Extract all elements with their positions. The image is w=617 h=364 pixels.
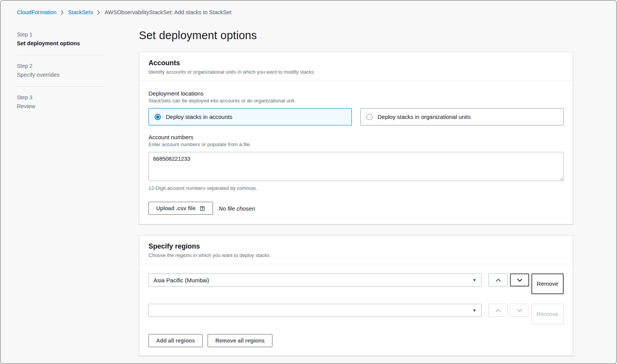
step-item-3[interactable]: Step 3 Review <box>17 86 104 118</box>
accounts-card-title: Accounts <box>148 59 564 67</box>
regions-card: Specify regions Choose the regions in wh… <box>139 235 573 356</box>
regions-card-title: Specify regions <box>148 242 564 250</box>
account-numbers-textarea[interactable]: 668508221233 <box>148 152 564 181</box>
region-1-move-down-button[interactable] <box>510 273 529 287</box>
chevron-right-icon <box>61 10 64 15</box>
breadcrumb: CloudFormation StackSets AWSObservabilit… <box>1 1 616 21</box>
deployment-locations-description: StackSets can be deployed into accounts … <box>148 98 564 104</box>
region-select-2[interactable]: ▼ <box>148 304 482 317</box>
breadcrumb-current-page: AWSObservabilityStackSet: Add stacks to … <box>104 9 231 15</box>
region-2-remove-button[interactable]: Remove <box>531 304 564 324</box>
region-row-2: ▼ Remove <box>148 304 564 324</box>
region-actions: Add all regions Remove all regions <box>148 334 564 347</box>
chevron-down-icon <box>516 307 523 314</box>
chevron-right-icon <box>97 10 100 15</box>
radio-unchecked-icon <box>366 114 373 120</box>
caret-down-icon: ▼ <box>472 308 477 313</box>
step-1-label: Set deployment options <box>17 40 104 46</box>
accounts-card-body: Deployment locations StackSets can be de… <box>139 81 573 224</box>
main-layout: Step 1 Set deployment options Step 2 Spe… <box>1 21 616 364</box>
step-2-number: Step 2 <box>17 63 104 69</box>
regions-card-header: Specify regions Choose the regions in wh… <box>139 236 573 264</box>
radio-tile-deploy-ou-label: Deploy stacks in organizational units <box>378 114 471 120</box>
deployment-locations-options: Deploy stacks in accounts Deploy stacks … <box>148 108 564 125</box>
accounts-card-description: Identify accounts or organizational unit… <box>148 69 564 75</box>
account-numbers-label: Account numbers <box>148 134 564 140</box>
page-frame: CloudFormation StackSets AWSObservabilit… <box>0 0 617 364</box>
radio-tile-deploy-organizational-units[interactable]: Deploy stacks in organizational units <box>360 108 564 125</box>
step-3-number: Step 3 <box>17 94 104 100</box>
region-1-remove-button[interactable]: Remove <box>531 273 564 294</box>
region-row-1: Asia Pacific (Mumbai) ▼ Remove <box>148 273 564 294</box>
radio-tile-deploy-accounts-label: Deploy stacks in accounts <box>166 114 232 120</box>
breadcrumb-stacksets[interactable]: StackSets <box>68 9 93 15</box>
regions-card-description: Choose the regions in which you want to … <box>148 252 564 258</box>
step-3-label: Review <box>17 103 104 109</box>
region-select-1-value: Asia Pacific (Mumbai) <box>153 277 209 283</box>
radio-checked-icon <box>155 114 161 120</box>
accounts-card: Accounts Identify accounts or organizati… <box>139 52 573 224</box>
region-2-move-up-button[interactable] <box>488 304 508 317</box>
deployment-locations-label: Deployment locations <box>148 90 564 97</box>
upload-icon <box>200 206 205 211</box>
region-select-1[interactable]: Asia Pacific (Mumbai) ▼ <box>148 273 482 287</box>
upload-csv-button[interactable]: Upload .csv file <box>148 202 213 215</box>
remove-all-regions-button[interactable]: Remove all regions <box>208 334 272 347</box>
radio-tile-deploy-accounts[interactable]: Deploy stacks in accounts <box>148 108 352 125</box>
region-2-move-down-button[interactable] <box>510 304 529 317</box>
step-1-number: Step 1 <box>17 31 104 38</box>
chevron-up-icon <box>495 307 502 314</box>
add-all-regions-button[interactable]: Add all regions <box>148 334 203 347</box>
caret-down-icon: ▼ <box>472 278 477 282</box>
upload-csv-button-label: Upload .csv file <box>156 205 196 212</box>
chevron-up-icon <box>495 277 502 283</box>
main-content: Set deployment options Accounts Identify… <box>139 28 573 364</box>
upload-row: Upload .csv file No file chosen <box>148 202 564 216</box>
accounts-card-header: Accounts Identify accounts or organizati… <box>139 52 573 81</box>
account-numbers-description: Enter account numbers or populate from a… <box>148 142 564 147</box>
steps-sidebar: Step 1 Set deployment options Step 2 Spe… <box>17 28 104 118</box>
step-2-label: Specify overrides <box>17 72 104 78</box>
regions-card-body: Asia Pacific (Mumbai) ▼ Remove <box>139 264 573 356</box>
step-item-1[interactable]: Step 1 Set deployment options <box>17 31 104 55</box>
page-title: Set deployment options <box>139 29 573 42</box>
file-chosen-status: No file chosen <box>219 205 255 212</box>
region-1-move-up-button[interactable] <box>488 273 508 287</box>
breadcrumb-cloudformation[interactable]: CloudFormation <box>17 9 56 15</box>
chevron-down-icon <box>516 277 523 283</box>
step-item-2[interactable]: Step 2 Specify overrides <box>17 55 104 86</box>
account-numbers-constraint: 12-Digit account numbers separated by co… <box>148 185 564 191</box>
